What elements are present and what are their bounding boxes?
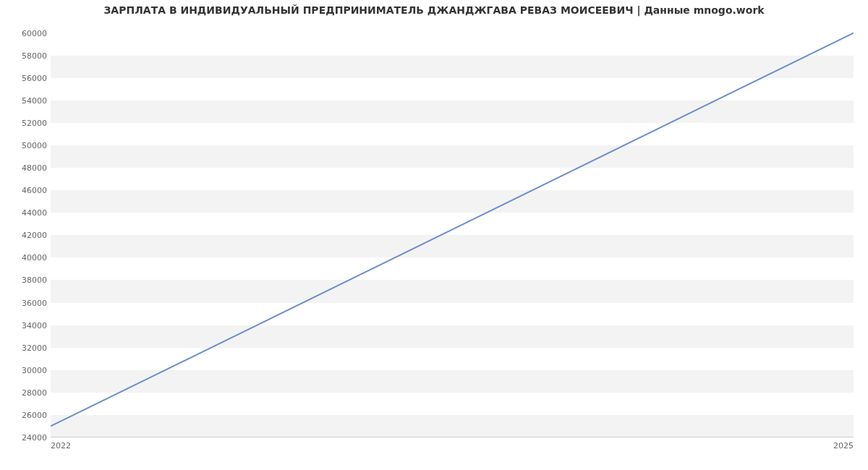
plot-area bbox=[51, 22, 854, 437]
y-tick-label: 36000 bbox=[4, 298, 47, 307]
y-tick-label: 46000 bbox=[4, 186, 47, 195]
y-tick-label: 42000 bbox=[4, 231, 47, 240]
y-tick-label: 52000 bbox=[4, 118, 47, 127]
y-tick-label: 50000 bbox=[4, 140, 47, 150]
y-tick-label: 40000 bbox=[4, 253, 47, 262]
y-tick-label: 26000 bbox=[4, 410, 47, 419]
x-tick-label: 2025 bbox=[833, 441, 854, 450]
y-tick-label: 38000 bbox=[4, 275, 47, 285]
y-tick-label: 32000 bbox=[4, 343, 47, 352]
line-series-layer bbox=[51, 22, 854, 437]
y-tick-label: 44000 bbox=[4, 208, 47, 218]
y-tick-label: 54000 bbox=[4, 95, 47, 105]
series-line bbox=[51, 33, 854, 427]
y-tick-label: 48000 bbox=[4, 163, 47, 173]
y-tick-label: 30000 bbox=[4, 365, 47, 375]
y-tick-label: 28000 bbox=[4, 388, 47, 397]
y-tick-label: 34000 bbox=[4, 320, 47, 330]
y-tick-label: 58000 bbox=[4, 51, 47, 60]
chart-title: ЗАРПЛАТА В ИНДИВИДУАЛЬНЫЙ ПРЕДПРИНИМАТЕЛ… bbox=[0, 4, 868, 16]
salary-line-chart: ЗАРПЛАТА В ИНДИВИДУАЛЬНЫЙ ПРЕДПРИНИМАТЕЛ… bbox=[0, 0, 868, 470]
x-tick-label: 2022 bbox=[51, 441, 71, 450]
x-axis-line bbox=[51, 437, 854, 437]
y-tick-label: 24000 bbox=[4, 433, 47, 443]
y-tick-label: 60000 bbox=[4, 28, 47, 38]
y-tick-label: 56000 bbox=[4, 73, 47, 82]
